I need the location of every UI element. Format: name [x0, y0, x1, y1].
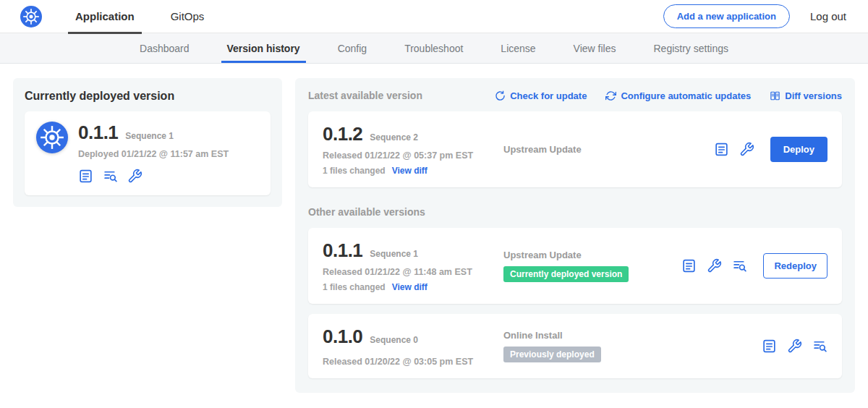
configure-automatic-updates-label: Configure automatic updates: [621, 90, 751, 101]
preflight-checks-icon[interactable]: [103, 169, 118, 184]
latest-version-info: 0.1.2 Sequence 2 Released 01/21/22 @ 05:…: [323, 123, 503, 176]
kubernetes-logo-icon: [20, 6, 42, 27]
edit-config-icon[interactable]: [787, 339, 802, 354]
source-label: Online Install: [503, 330, 762, 341]
available-panel-title: Latest available version: [308, 90, 476, 101]
latest-sequence: Sequence 2: [370, 132, 418, 143]
top-bar: Application GitOps Add a new application…: [0, 0, 868, 33]
version-info: 0.1.1 Sequence 1 Released 01/21/22 @ 11:…: [323, 239, 503, 292]
deployed-version-info: 0.1.1 Sequence 1 Deployed 01/21/22 @ 11:…: [78, 122, 229, 184]
release-notes-icon[interactable]: [681, 258, 697, 273]
sequence-label: Sequence 0: [370, 335, 418, 345]
source-label: Upstream Update: [503, 250, 681, 260]
latest-actions: Deploy: [714, 137, 827, 162]
deploy-button[interactable]: Deploy: [770, 137, 827, 162]
subnav-item-license[interactable]: License: [482, 33, 554, 63]
preflight-checks-icon[interactable]: [812, 339, 827, 354]
version-number: 0.1.1: [323, 239, 362, 262]
tab-gitops[interactable]: GitOps: [163, 0, 212, 33]
latest-source-block: Upstream Update: [503, 144, 714, 155]
available-panel-header: Latest available version Check for updat…: [308, 90, 842, 101]
version-info: 0.1.0 Sequence 0 Released 01/20/22 @ 03:…: [323, 326, 503, 367]
release-notes-icon[interactable]: [762, 339, 777, 354]
check-for-update-label: Check for update: [510, 90, 587, 101]
subnav-item-troubleshoot[interactable]: Troubleshoot: [386, 33, 482, 63]
deployed-sequence: Sequence 1: [125, 131, 174, 141]
view-diff-link[interactable]: View diff: [392, 282, 427, 292]
subnav-item-config[interactable]: Config: [319, 33, 386, 63]
currently-deployed-panel: Currently deployed version: [13, 78, 282, 207]
available-versions-panel: Latest available version Check for updat…: [295, 78, 855, 393]
version-row-0-1-0: 0.1.0 Sequence 0 Released 01/20/22 @ 03:…: [308, 314, 842, 378]
version-row-0-1-1: 0.1.1 Sequence 1 Released 01/21/22 @ 11:…: [308, 228, 842, 304]
other-versions-title: Other available versions: [308, 206, 842, 218]
edit-config-icon[interactable]: [739, 142, 754, 157]
files-changed: 1 files changed: [323, 282, 386, 292]
previously-deployed-badge: Previously deployed: [503, 347, 601, 362]
app-icon: [36, 122, 68, 153]
row-actions: Redeploy: [681, 253, 827, 279]
sync-arrows-icon: [605, 90, 616, 101]
source-block: Upstream Update Currently deployed versi…: [503, 250, 681, 282]
deployed-timestamp: Deployed 01/21/22 @ 11:57 am EST: [78, 149, 229, 159]
latest-files-changed: 1 files changed: [323, 166, 386, 176]
log-out-link[interactable]: Log out: [807, 10, 849, 22]
diff-versions-label: Diff versions: [785, 90, 842, 101]
tab-application[interactable]: Application: [68, 0, 142, 33]
latest-released-timestamp: Released 01/21/22 @ 05:37 pm EST: [323, 150, 503, 161]
latest-view-diff-link[interactable]: View diff: [392, 166, 427, 176]
subnav-item-registry-settings[interactable]: Registry settings: [635, 33, 747, 63]
app-subnav: Dashboard Version history Config Trouble…: [0, 33, 868, 64]
released-timestamp: Released 01/21/22 @ 11:48 am EST: [323, 267, 503, 277]
preflight-checks-icon[interactable]: [732, 258, 747, 273]
deployed-version-card: 0.1.1 Sequence 1 Deployed 01/21/22 @ 11:…: [25, 111, 271, 195]
subnav-item-view-files[interactable]: View files: [555, 33, 635, 63]
row-actions: [762, 339, 827, 354]
latest-version-card: 0.1.2 Sequence 2 Released 01/21/22 @ 05:…: [308, 111, 842, 187]
diff-panels-icon: [770, 90, 780, 101]
main-content: Currently deployed version: [0, 64, 868, 407]
subnav-item-dashboard[interactable]: Dashboard: [121, 33, 208, 63]
version-number: 0.1.0: [323, 326, 362, 348]
deployed-version-number: 0.1.1: [78, 122, 118, 144]
check-for-update-link[interactable]: Check for update: [495, 90, 587, 101]
latest-source-label: Upstream Update: [503, 144, 714, 155]
configure-automatic-updates-link[interactable]: Configure automatic updates: [605, 90, 751, 101]
currently-deployed-badge: Currently deployed version: [503, 266, 629, 282]
release-notes-icon[interactable]: [78, 169, 93, 184]
edit-config-icon[interactable]: [127, 169, 142, 184]
redeploy-button[interactable]: Redeploy: [763, 253, 827, 279]
release-notes-icon[interactable]: [714, 142, 729, 157]
latest-version-number: 0.1.2: [323, 123, 362, 145]
subnav-item-version-history[interactable]: Version history: [208, 33, 319, 63]
source-block: Online Install Previously deployed: [503, 330, 762, 362]
edit-config-icon[interactable]: [707, 258, 722, 273]
sequence-label: Sequence 1: [370, 249, 418, 259]
released-timestamp: Released 01/20/22 @ 03:05 pm EST: [323, 357, 503, 367]
refresh-icon: [495, 90, 506, 101]
add-new-application-button[interactable]: Add a new application: [663, 4, 790, 28]
deployed-panel-title: Currently deployed version: [25, 90, 271, 103]
diff-versions-link[interactable]: Diff versions: [770, 90, 842, 101]
deployed-actions: [78, 169, 229, 184]
